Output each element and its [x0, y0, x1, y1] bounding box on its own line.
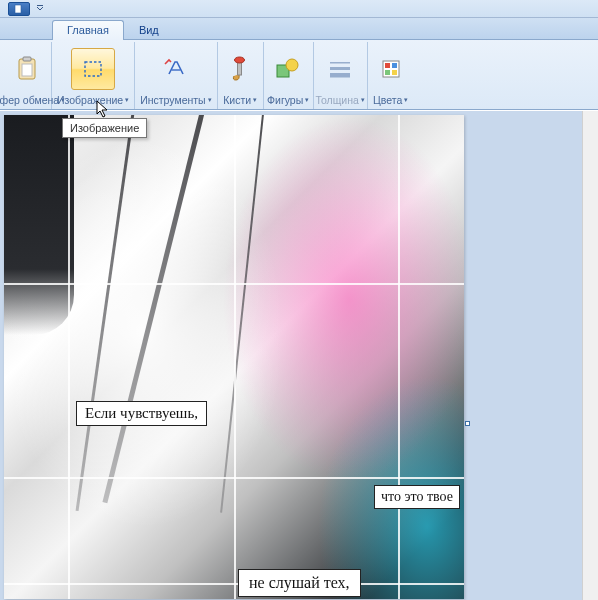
- label-text: Изображение: [57, 94, 123, 106]
- svg-rect-2: [37, 5, 43, 6]
- vertical-scrollbar[interactable]: [582, 111, 598, 600]
- cursor-icon: [96, 100, 110, 120]
- chevron-down-icon: ▾: [125, 96, 129, 104]
- shapes-button[interactable]: [266, 48, 310, 90]
- label-text: Цвета: [373, 94, 402, 106]
- select-button[interactable]: [71, 48, 115, 90]
- svg-point-8: [235, 57, 245, 63]
- qat-dropdown-button[interactable]: [34, 2, 46, 16]
- group-tools: Инструменты▾: [135, 42, 217, 109]
- group-colors: Цвета▾: [368, 42, 414, 109]
- svg-rect-16: [392, 63, 397, 68]
- svg-rect-13: [330, 73, 350, 78]
- tab-view[interactable]: Вид: [124, 20, 174, 40]
- palette-icon: [377, 55, 405, 83]
- svg-rect-12: [330, 67, 350, 70]
- shapes-icon: [274, 55, 302, 83]
- image-caption-1: Если чувствуешь,: [76, 401, 207, 426]
- tools-button[interactable]: [154, 48, 198, 90]
- svg-rect-17: [385, 70, 390, 75]
- chevron-down-icon: [36, 5, 44, 13]
- group-shapes-label[interactable]: Фигуры▾: [263, 93, 313, 108]
- group-brushes-label[interactable]: Кисти▾: [219, 93, 261, 108]
- svg-rect-6: [85, 62, 101, 76]
- image-caption-2: что это твое: [374, 485, 460, 509]
- chevron-down-icon: ▾: [253, 96, 257, 104]
- text-tool-icon: [162, 55, 190, 83]
- group-tools-label[interactable]: Инструменты▾: [136, 93, 215, 108]
- label-text: Инструменты: [140, 94, 205, 106]
- clipboard-icon: [13, 55, 41, 83]
- group-image: Изображение▾: [52, 42, 135, 109]
- chevron-down-icon: ▾: [404, 96, 408, 104]
- group-brushes: Кисти▾: [218, 42, 264, 109]
- label-text: Кисти: [223, 94, 251, 106]
- group-clipboard: Буфер обмена▾: [2, 42, 52, 109]
- ribbon: Буфер обмена▾ Изображение▾ Инструменты▾: [0, 40, 598, 110]
- group-thickness: Толщина▾: [314, 42, 368, 109]
- image-caption-3: не слушай тех,: [238, 569, 361, 597]
- thickness-button[interactable]: [318, 48, 362, 90]
- colors-button[interactable]: [369, 48, 413, 90]
- document-icon: [14, 4, 24, 14]
- group-thickness-label: Толщина▾: [311, 93, 368, 108]
- svg-rect-5: [22, 64, 32, 76]
- resize-handle-right[interactable]: [465, 421, 470, 426]
- image-region: [4, 115, 74, 335]
- svg-rect-15: [385, 63, 390, 68]
- svg-rect-4: [23, 57, 31, 61]
- brush-icon: [226, 55, 254, 83]
- svg-rect-18: [392, 70, 397, 75]
- ribbon-tabs: Главная Вид: [0, 18, 598, 40]
- svg-point-10: [286, 59, 298, 71]
- tab-main[interactable]: Главная: [52, 20, 124, 40]
- chevron-down-icon: ▾: [361, 96, 365, 104]
- quick-access-toolbar: [8, 1, 46, 17]
- label-text: Буфер обмена: [0, 94, 59, 106]
- title-bar: [0, 0, 598, 18]
- chevron-down-icon: ▾: [305, 96, 309, 104]
- tooltip-image: Изображение: [62, 118, 147, 138]
- group-colors-label[interactable]: Цвета▾: [369, 93, 412, 108]
- label-text: Толщина: [315, 94, 358, 106]
- canvas[interactable]: Если чувствуешь, что это твое не слушай …: [4, 115, 464, 599]
- canvas-area[interactable]: Если чувствуешь, что это твое не слушай …: [0, 111, 598, 600]
- chevron-down-icon: ▾: [208, 96, 212, 104]
- app-menu-button[interactable]: [8, 2, 30, 16]
- thickness-icon: [326, 55, 354, 83]
- label-text: Фигуры: [267, 94, 303, 106]
- svg-rect-0: [15, 5, 21, 13]
- group-image-label[interactable]: Изображение▾: [53, 93, 133, 108]
- group-shapes: Фигуры▾: [264, 42, 314, 109]
- paste-button[interactable]: [5, 48, 49, 90]
- svg-rect-11: [330, 62, 350, 64]
- brushes-button[interactable]: [218, 48, 262, 90]
- selection-icon: [79, 55, 107, 83]
- svg-rect-7: [238, 62, 242, 75]
